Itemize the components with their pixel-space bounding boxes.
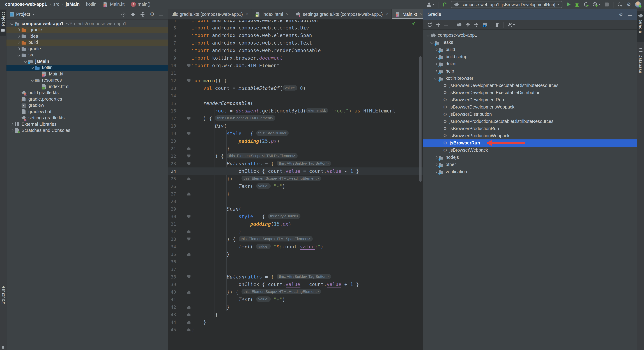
fold-end-icon[interactable] — [187, 306, 190, 309]
user-button[interactable] — [426, 2, 434, 7]
fold-end-icon[interactable] — [187, 230, 190, 233]
gradle-tree-row[interactable]: ⚙jsBrowserWebpack — [423, 146, 637, 154]
run-with-coverage-button[interactable] — [583, 2, 589, 7]
project-tree-row[interactable]: kotlin — [6, 64, 168, 71]
code-line[interactable]: 8import androidx.compose.web.renderCompo… — [168, 47, 423, 54]
stop-button[interactable] — [604, 2, 610, 7]
code-line[interactable]: 40 }) { this: ElementScope<HTMLHeadingEl… — [168, 288, 423, 296]
gradle-tree-row[interactable]: ⚙jsBrowserProductionWebpack — [423, 132, 637, 140]
code-line[interactable]: 32 } — [168, 228, 423, 235]
search-everywhere-button[interactable] — [617, 2, 622, 7]
chevron-right-icon[interactable] — [434, 162, 438, 167]
chevron-down-icon[interactable] — [426, 33, 430, 38]
debug-button[interactable] — [574, 2, 580, 7]
fold-expanded-icon[interactable] — [187, 215, 190, 218]
project-tree-row[interactable]: settings.gradle.kts — [6, 115, 168, 121]
code-line[interactable]: 22 ) { this: ElementScope<HTMLDivElement… — [168, 152, 423, 160]
code-line[interactable]: 34 Text( value: "${count.value}") — [168, 243, 423, 250]
code-line[interactable]: 16 root = document.getElementById(elemen… — [168, 107, 423, 115]
code-line[interactable]: 45} — [168, 326, 423, 334]
breadcrumb-item[interactable]: fmain() — [131, 2, 150, 7]
collapse-all-button[interactable] — [474, 22, 479, 27]
chevron-right-icon[interactable] — [434, 54, 438, 59]
chevron-down-icon[interactable] — [30, 65, 35, 70]
chevron-right-icon[interactable] — [434, 62, 438, 66]
gradle-tree-row[interactable]: ⚙jsBrowserDevelopmentExecutableDistribut… — [423, 89, 637, 96]
chevron-right-icon[interactable] — [16, 40, 21, 45]
gradle-tree-row[interactable]: ⚙jsBrowserDistribution — [423, 111, 637, 118]
wrench-button[interactable] — [507, 22, 515, 27]
project-panel-header[interactable]: Project ⚙ — [6, 9, 168, 20]
fold-expanded-icon[interactable] — [187, 162, 190, 165]
chevron-down-icon[interactable] — [434, 76, 438, 81]
reload-gradle-button[interactable] — [442, 2, 448, 7]
collapse-all-button[interactable] — [140, 12, 145, 17]
gradle-tree-row[interactable]: ⚙jsBrowserDevelopmentWebpack — [423, 104, 637, 111]
chevron-right-icon[interactable] — [16, 46, 21, 52]
code-line[interactable]: 4import androidx.compose.web.elements.Bu… — [168, 20, 423, 24]
add-button[interactable] — [436, 22, 441, 27]
code-line[interactable]: 30 style = { this: StyleBuilder — [168, 213, 423, 220]
editor-tab[interactable]: settings.gradle.kts (compose-web-app1)× — [292, 9, 392, 20]
code-editor[interactable]: 4import androidx.compose.web.elements.Bu… — [168, 20, 423, 350]
fold-expanded-icon[interactable] — [187, 238, 190, 241]
chevron-down-icon[interactable] — [9, 21, 14, 26]
fold-end-icon[interactable] — [187, 177, 190, 180]
breadcrumb-item[interactable]: src — [53, 2, 59, 7]
fold-end-icon[interactable] — [187, 252, 190, 256]
group-tasks-button[interactable] — [482, 22, 488, 27]
fold-expanded-icon[interactable] — [187, 79, 190, 82]
gradle-tree-row[interactable]: ⚙kotlin browser — [423, 75, 637, 82]
run-configuration-select[interactable]: compose-web-app1 [jsBrowserDevelopmentRu… — [451, 1, 562, 8]
code-line[interactable]: 36 — [168, 258, 423, 266]
gradle-task-row-selected[interactable]: ⚙jsBrowserRun — [423, 140, 637, 146]
gradle-tree-row[interactable]: ⚙jsBrowserProductionExecutableDistribute… — [423, 118, 637, 125]
close-tab-icon[interactable]: × — [386, 12, 388, 17]
close-tab-icon[interactable]: × — [286, 12, 288, 17]
fold-end-icon[interactable] — [187, 320, 190, 324]
fold-end-icon[interactable] — [187, 328, 190, 331]
project-tree-row[interactable]: gradle.properties — [6, 96, 168, 102]
code-line[interactable]: 41 Text( value: "+") — [168, 296, 423, 303]
gradle-tree-row[interactable]: ⚙help — [423, 68, 637, 75]
code-line[interactable]: 37 — [168, 266, 423, 273]
project-tree-row[interactable]: .idea — [6, 33, 168, 39]
code-line[interactable]: 6import androidx.compose.web.elements.Sp… — [168, 32, 423, 39]
project-view-dropdown-icon[interactable] — [32, 14, 34, 15]
fold-expanded-icon[interactable] — [187, 64, 190, 67]
fold-end-icon[interactable] — [187, 147, 190, 150]
project-tree-row[interactable]: .gradle — [6, 27, 168, 33]
code-line[interactable]: 9import kotlinx.browser.document — [168, 54, 423, 62]
fold-expanded-icon[interactable] — [187, 154, 190, 158]
chevron-right-icon[interactable] — [434, 69, 438, 74]
project-tree-row[interactable]: Scratches and Consoles — [6, 128, 168, 134]
gradle-tree-row[interactable]: ⚙build setup — [423, 53, 637, 60]
code-line[interactable]: 12fun main() { — [168, 77, 423, 84]
fold-end-icon[interactable] — [187, 192, 190, 196]
project-tree-row[interactable]: compose-web-app1~/Projects/compose-web-a… — [6, 20, 168, 27]
project-tree-row[interactable]: src — [6, 52, 168, 58]
close-tab-icon[interactable]: × — [246, 12, 248, 17]
project-tree-row[interactable]: gradlew — [6, 102, 168, 108]
code-line[interactable]: 43 } — [168, 311, 423, 318]
code-line[interactable]: 44 } — [168, 318, 423, 326]
chevron-right-icon[interactable] — [9, 122, 14, 127]
breadcrumb-item[interactable]: jsMain — [66, 2, 80, 7]
tool-tab-project[interactable]: Project — [0, 10, 6, 36]
code-line[interactable]: 17 ) { this: DOMScope<HTMLElement> — [168, 115, 423, 122]
expand-all-button[interactable] — [130, 12, 136, 17]
tool-tab-structure[interactable]: Structure — [0, 284, 6, 309]
code-line[interactable]: 5import androidx.compose.web.elements.Di… — [168, 24, 423, 32]
code-line[interactable]: 26 Text( value: "-") — [168, 182, 423, 190]
project-tree-row[interactable]: External Libraries — [6, 121, 168, 128]
run-button[interactable] — [566, 2, 571, 7]
gradle-elephant-button[interactable] — [456, 22, 462, 27]
fold-end-icon[interactable] — [187, 313, 190, 316]
refresh-button[interactable] — [427, 22, 432, 27]
chevron-down-icon[interactable] — [430, 40, 434, 45]
code-line[interactable]: 19 style = { this: StyleBuilder — [168, 130, 423, 137]
chevron-down-icon[interactable] — [30, 78, 35, 83]
code-line[interactable]: 39 onClick { count.value = count.value +… — [168, 281, 423, 288]
code-line[interactable]: 7import androidx.compose.web.elements.Te… — [168, 39, 423, 47]
chevron-right-icon[interactable] — [434, 169, 438, 174]
